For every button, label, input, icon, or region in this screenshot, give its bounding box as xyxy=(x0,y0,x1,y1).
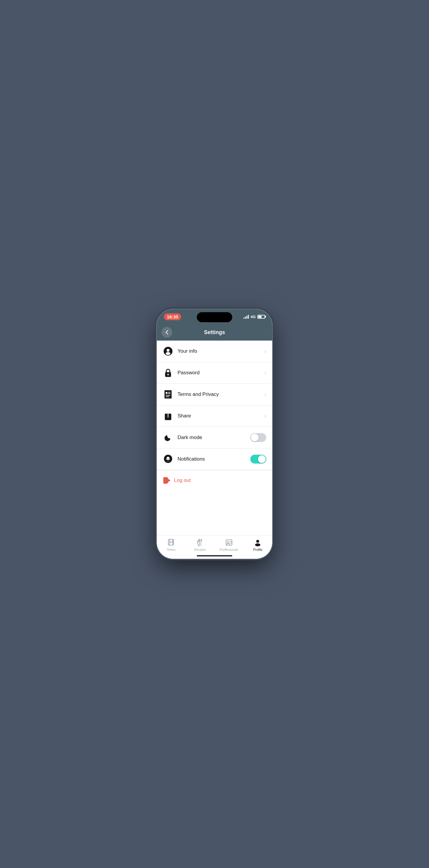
nav-bar: Settings xyxy=(157,324,272,341)
settings-item-notifications[interactable]: Notifications xyxy=(157,448,272,470)
lock-icon xyxy=(163,368,173,378)
password-label: Password xyxy=(177,370,264,376)
terms-label: Terms and Privacy xyxy=(177,392,264,397)
notifications-toggle-thumb xyxy=(258,455,266,463)
tab-notes[interactable]: Notes xyxy=(157,538,186,551)
dark-mode-toggle-track[interactable] xyxy=(250,433,266,442)
profile-tab-label: Profile xyxy=(253,548,262,551)
signal-bars-icon xyxy=(244,315,249,319)
svg-point-26 xyxy=(255,544,260,546)
chevron-right-icon: › xyxy=(264,370,266,376)
settings-item-password[interactable]: Password › xyxy=(157,362,272,384)
chevron-right-icon: › xyxy=(264,413,266,419)
chevron-right-icon: › xyxy=(264,392,266,398)
moon-icon xyxy=(163,432,173,443)
notifications-toggle[interactable] xyxy=(250,455,266,464)
network-label: 4G xyxy=(251,315,256,319)
svg-rect-5 xyxy=(165,390,172,399)
settings-list: Your info › Password › xyxy=(157,341,272,491)
recipes-tab-icon xyxy=(196,538,204,547)
svg-rect-8 xyxy=(166,397,169,397)
status-time: 18:35 xyxy=(164,313,181,320)
home-indicator xyxy=(197,555,232,556)
back-arrow-icon xyxy=(164,330,170,335)
svg-rect-17 xyxy=(168,539,173,545)
dark-mode-toggle[interactable] xyxy=(250,433,266,442)
dynamic-island xyxy=(197,312,232,322)
page-title: Settings xyxy=(172,329,257,336)
proffesionals-tab-label: Proffesionals xyxy=(220,548,238,551)
back-button[interactable] xyxy=(162,327,172,338)
svg-point-1 xyxy=(167,349,170,352)
settings-item-dark-mode[interactable]: Dark mode xyxy=(157,427,272,448)
settings-item-your-info[interactable]: Your info › xyxy=(157,341,272,362)
svg-rect-6 xyxy=(166,392,168,394)
proffesionals-tab-icon xyxy=(225,538,233,547)
svg-point-2 xyxy=(166,352,170,355)
svg-rect-7 xyxy=(166,395,170,396)
recipes-tab-label: Recipes xyxy=(194,548,206,551)
svg-rect-9 xyxy=(168,392,170,393)
settings-item-share[interactable]: Share › xyxy=(157,405,272,427)
tab-recipes[interactable]: Recipes xyxy=(186,538,215,551)
profile-tab-icon xyxy=(254,538,262,547)
document-icon xyxy=(163,389,173,400)
svg-point-4 xyxy=(168,374,169,375)
screen: 18:35 4G Settings xyxy=(157,309,272,559)
notes-tab-icon xyxy=(167,538,175,547)
logout-label: Log out xyxy=(174,477,191,484)
tab-profile[interactable]: Profile xyxy=(244,538,273,551)
notifications-toggle-track[interactable] xyxy=(250,455,266,464)
svg-point-22 xyxy=(227,541,229,544)
dark-mode-label: Dark mode xyxy=(177,435,250,440)
chevron-right-icon: › xyxy=(264,348,266,354)
svg-point-25 xyxy=(256,540,259,543)
person-icon xyxy=(163,346,173,356)
share-label: Share xyxy=(177,413,264,419)
settings-item-terms[interactable]: Terms and Privacy › xyxy=(157,384,272,405)
content-spacer xyxy=(157,491,272,535)
dark-mode-toggle-thumb xyxy=(251,434,259,441)
notes-tab-label: Notes xyxy=(167,548,175,551)
share-icon xyxy=(163,411,173,421)
bell-icon xyxy=(163,454,173,464)
status-right: 4G xyxy=(244,315,265,319)
phone-frame: 18:35 4G Settings xyxy=(157,309,272,559)
logout-icon xyxy=(163,476,171,485)
tab-proffesionals[interactable]: Proffesionals xyxy=(214,538,244,551)
battery-icon xyxy=(257,315,265,319)
tab-bar: Notes Recipes xyxy=(157,535,272,559)
logout-item[interactable]: Log out xyxy=(157,470,272,491)
your-info-label: Your info xyxy=(177,348,264,354)
svg-rect-10 xyxy=(168,393,170,394)
notifications-label: Notifications xyxy=(177,456,250,462)
content-area: Your info › Password › xyxy=(157,341,272,535)
